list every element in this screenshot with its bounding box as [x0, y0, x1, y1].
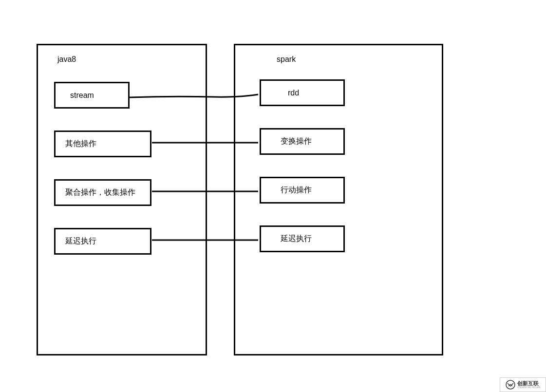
- box-transform-ops: 变换操作: [260, 128, 345, 155]
- box-lazy-exec-right: 延迟执行: [260, 225, 345, 252]
- box-rdd: rdd: [260, 79, 345, 106]
- box-label: 变换操作: [281, 136, 312, 147]
- box-label: stream: [70, 91, 94, 100]
- box-stream: stream: [54, 82, 130, 109]
- svg-point-0: [506, 380, 515, 389]
- box-label: rdd: [288, 89, 299, 97]
- box-lazy-exec-left: 延迟执行: [54, 228, 151, 255]
- box-label: 行动操作: [281, 185, 312, 195]
- watermark-text: 创新互联 CHUANG XIN HU LIAN: [517, 381, 540, 389]
- watermark: 创新互联 CHUANG XIN HU LIAN: [500, 377, 546, 392]
- box-label: 延迟执行: [65, 236, 96, 246]
- box-aggregate-collect: 聚合操作，收集操作: [54, 179, 151, 206]
- box-label: 其他操作: [65, 139, 96, 149]
- box-label: 聚合操作，收集操作: [65, 187, 135, 198]
- box-label: 延迟执行: [281, 234, 312, 244]
- watermark-logo-icon: [506, 380, 515, 390]
- box-action-ops: 行动操作: [260, 177, 345, 204]
- title-spark: spark: [277, 55, 296, 64]
- box-other-ops: 其他操作: [54, 131, 151, 157]
- container-spark: spark rdd 变换操作 行动操作 延迟执行: [234, 44, 443, 355]
- watermark-sub: CHUANG XIN HU LIAN: [517, 386, 540, 389]
- title-java8: java8: [57, 55, 76, 64]
- container-java8: java8 stream 其他操作 聚合操作，收集操作 延迟执行: [37, 44, 207, 355]
